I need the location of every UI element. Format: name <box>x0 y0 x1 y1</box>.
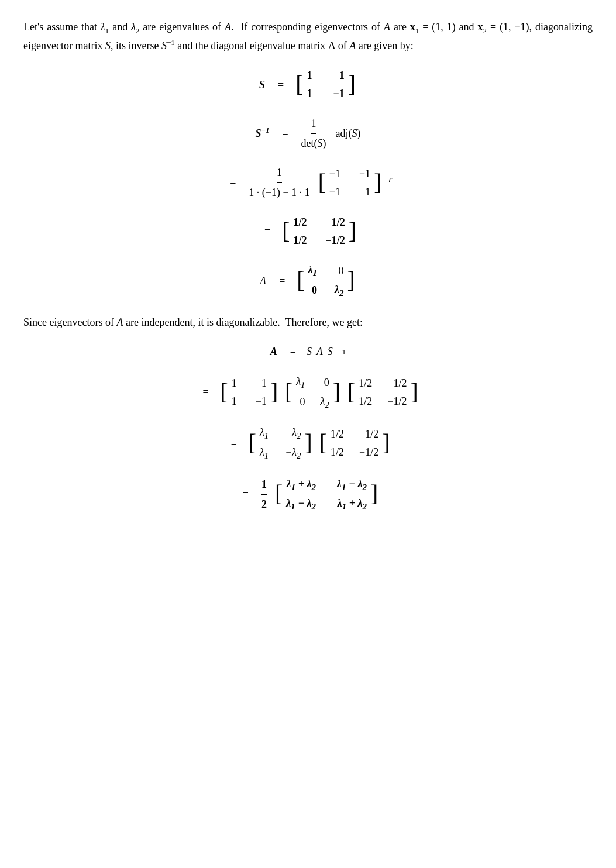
s2-11: 1 <box>232 375 237 392</box>
S-matrix-equation: S = 1 1 1 −1 <box>23 67 593 102</box>
diagonalizable-paragraph: Since eigenvectors of A are independent,… <box>23 314 593 331</box>
l12: 0 <box>328 263 344 280</box>
r22: −1/2 <box>317 232 345 249</box>
adj-bracket-left <box>318 171 326 195</box>
im-21: λ1 <box>260 444 269 463</box>
s2-22: −1 <box>247 393 267 410</box>
a22: 1 <box>355 184 370 201</box>
final-matrix: λ1 + λ2 λ1 − λ2 λ1 − λ2 λ1 + λ2 <box>275 476 378 514</box>
l11: λ1 <box>308 261 318 280</box>
Lambda-matrix: λ1 0 0 λ2 <box>297 261 355 299</box>
si2-22: −1/2 <box>383 393 407 410</box>
Lambda-label: Λ <box>260 273 266 290</box>
step2-fraction: 1 1 · (−1) − 1 · 1 <box>249 164 309 201</box>
a21: −1 <box>329 184 340 201</box>
fm-12: λ1 − λ2 <box>330 476 367 494</box>
im-bl <box>249 432 256 455</box>
s21: 1 <box>307 85 312 102</box>
Lambda-bracket-right <box>347 269 355 292</box>
si3-br <box>382 432 390 455</box>
im-11: λ1 <box>260 424 269 443</box>
L2-12: 0 <box>317 374 329 391</box>
half-den: 2 <box>261 495 267 513</box>
Lambda-matrix-content: λ1 0 0 λ2 <box>305 261 347 299</box>
l21: 0 <box>312 282 317 299</box>
A-equals: = <box>290 343 296 360</box>
Sinv-symbol: S <box>328 343 333 360</box>
S-inv-equation: S−1 = 1 det(S) adj(S) <box>23 115 593 152</box>
A-bold-label: A <box>270 343 277 360</box>
si3-bl <box>319 432 327 455</box>
S-equals: = <box>278 77 284 94</box>
si2-bl <box>347 381 355 404</box>
S-matrix: 1 1 1 −1 <box>295 67 356 102</box>
adj-bracket-right <box>374 171 381 195</box>
si2-content: 1/2 1/2 1/2 −1/2 <box>355 375 410 410</box>
si3-content: 1/2 1/2 1/2 −1/2 <box>327 426 382 461</box>
frac-numerator: 1 <box>311 115 316 134</box>
S-matrix-content: 1 1 1 −1 <box>303 67 347 102</box>
half-num: 1 <box>261 476 267 495</box>
im-12: λ2 <box>279 424 301 443</box>
Lambda-symbol: Λ <box>316 343 323 360</box>
si3-11: 1/2 <box>331 426 344 443</box>
A-product2: = λ1 λ2 λ1 −λ2 1/2 1/2 1/2 −1/2 <box>23 424 593 462</box>
fm-11: λ1 + λ2 <box>287 476 316 494</box>
Lambda-matrix2: λ1 0 0 λ2 <box>285 373 340 411</box>
fm-content: λ1 + λ2 λ1 − λ2 λ1 − λ2 λ1 + λ2 <box>283 476 370 514</box>
S-inv-result: = 1/2 1/2 1/2 −1/2 <box>23 214 593 249</box>
intro-paragraph: Let's assume that λ1 and λ2 are eigenval… <box>23 19 593 54</box>
intermediate-matrix: λ1 λ2 λ1 −λ2 <box>249 424 312 462</box>
s22: −1 <box>322 85 344 102</box>
a11: −1 <box>329 166 340 182</box>
si3-12: 1/2 <box>355 426 378 443</box>
S-inv-fraction: 1 det(S) <box>301 115 326 152</box>
S-matrix2: 1 1 1 −1 <box>221 375 278 410</box>
r21: 1/2 <box>293 232 307 249</box>
transpose-T: T <box>387 174 392 187</box>
s11: 1 <box>307 67 312 84</box>
si3-21: 1/2 <box>331 444 344 461</box>
fm-br <box>370 483 378 506</box>
Lambda-equation: Λ = λ1 0 0 λ2 <box>23 261 593 299</box>
Sinv-matrix2: 1/2 1/2 1/2 −1/2 <box>347 375 418 410</box>
A-final-result: = 1 2 λ1 + λ2 λ1 − λ2 λ1 − λ2 λ1 + λ2 <box>23 476 593 514</box>
si2-21: 1/2 <box>359 393 372 410</box>
result-bracket-left <box>282 220 290 243</box>
a12: −1 <box>351 166 370 182</box>
Sinv-result-content: 1/2 1/2 1/2 −1/2 <box>290 214 348 249</box>
r11: 1/2 <box>293 214 307 231</box>
fm-bl <box>275 483 283 506</box>
s2-content: 1 1 1 −1 <box>228 375 270 410</box>
result-bracket-right <box>349 220 356 243</box>
Sinv-matrix3: 1/2 1/2 1/2 −1/2 <box>319 426 390 461</box>
si2-br <box>410 381 418 404</box>
si2-11: 1/2 <box>359 375 372 392</box>
s2-21: 1 <box>232 393 237 410</box>
Lambda-equals: = <box>279 273 285 290</box>
adj-S: adj(S) <box>336 125 361 142</box>
adj-matrix: −1 −1 −1 1 <box>318 166 382 201</box>
l22: λ2 <box>328 281 344 300</box>
s2-bl <box>221 381 228 404</box>
S-inv-equals: = <box>282 125 288 142</box>
fm-22: λ1 + λ2 <box>331 495 367 514</box>
L2-content: λ1 0 0 λ2 <box>292 373 333 411</box>
s12: 1 <box>325 67 345 84</box>
neg1-sup: −1 <box>338 346 346 359</box>
bracket-left <box>295 73 303 97</box>
S-label: S <box>259 77 265 94</box>
L2-22: λ2 <box>316 393 329 412</box>
s2-12: 1 <box>249 375 267 392</box>
prod1-equals: = <box>202 384 208 401</box>
SLambdaSinv: S <box>307 343 312 360</box>
Sinv-result-matrix: 1/2 1/2 1/2 −1/2 <box>282 214 356 249</box>
final-equals: = <box>243 486 249 503</box>
step2-equals: = <box>230 174 236 191</box>
bracket-right <box>348 73 356 97</box>
L2-bl <box>285 381 292 404</box>
r12: 1/2 <box>318 214 345 231</box>
s2-br <box>270 381 278 404</box>
A-decomp-equation: A = SΛS−1 <box>23 343 593 360</box>
S-inv-label: S−1 <box>255 125 269 142</box>
